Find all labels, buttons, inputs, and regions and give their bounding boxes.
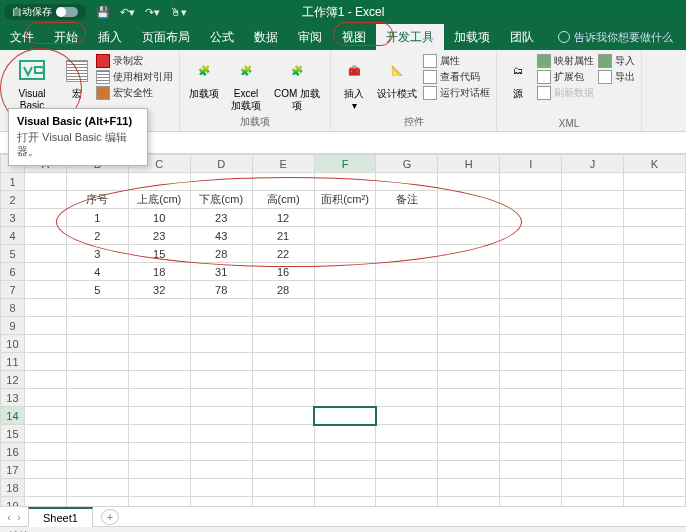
cell-K18[interactable] bbox=[624, 479, 686, 497]
cell-B16[interactable] bbox=[66, 443, 128, 461]
cell-H8[interactable] bbox=[438, 299, 500, 317]
cell-C15[interactable] bbox=[128, 425, 190, 443]
cell-G12[interactable] bbox=[376, 371, 438, 389]
row-header-14[interactable]: 14 bbox=[1, 407, 25, 425]
cell-E12[interactable] bbox=[252, 371, 314, 389]
cell-F7[interactable] bbox=[314, 281, 376, 299]
cell-K5[interactable] bbox=[624, 245, 686, 263]
cell-G13[interactable] bbox=[376, 389, 438, 407]
tab-addins[interactable]: 加载项 bbox=[444, 24, 500, 50]
col-header-I[interactable]: I bbox=[500, 155, 562, 173]
row-header-17[interactable]: 17 bbox=[1, 461, 25, 479]
cell-H6[interactable] bbox=[438, 263, 500, 281]
cell-K4[interactable] bbox=[624, 227, 686, 245]
cell-G4[interactable] bbox=[376, 227, 438, 245]
cell-D1[interactable] bbox=[190, 173, 252, 191]
excel-addins-button[interactable]: 🧩Excel 加载项 bbox=[226, 52, 266, 111]
cell-F9[interactable] bbox=[314, 317, 376, 335]
cell-I17[interactable] bbox=[500, 461, 562, 479]
row-header-16[interactable]: 16 bbox=[1, 443, 25, 461]
cell-I4[interactable] bbox=[500, 227, 562, 245]
tab-file[interactable]: 文件 bbox=[0, 24, 44, 50]
cell-G6[interactable] bbox=[376, 263, 438, 281]
cell-G14[interactable] bbox=[376, 407, 438, 425]
cell-D19[interactable] bbox=[190, 497, 252, 507]
row-header-8[interactable]: 8 bbox=[1, 299, 25, 317]
cell-E8[interactable] bbox=[252, 299, 314, 317]
cell-F19[interactable] bbox=[314, 497, 376, 507]
tab-home[interactable]: 开始 bbox=[44, 24, 88, 50]
cell-D12[interactable] bbox=[190, 371, 252, 389]
cell-D11[interactable] bbox=[190, 353, 252, 371]
cell-C8[interactable] bbox=[128, 299, 190, 317]
cell-H12[interactable] bbox=[438, 371, 500, 389]
cell-K2[interactable] bbox=[624, 191, 686, 209]
touch-icon[interactable]: 🖱▾ bbox=[170, 6, 187, 19]
cell-A6[interactable] bbox=[24, 263, 66, 281]
cell-I8[interactable] bbox=[500, 299, 562, 317]
tell-me[interactable]: 告诉我你想要做什么 bbox=[558, 24, 673, 50]
cell-C19[interactable] bbox=[128, 497, 190, 507]
cell-A3[interactable] bbox=[24, 209, 66, 227]
cell-F1[interactable] bbox=[314, 173, 376, 191]
cell-F14[interactable] bbox=[314, 407, 376, 425]
cell-E7[interactable]: 28 bbox=[252, 281, 314, 299]
cell-J1[interactable] bbox=[562, 173, 624, 191]
save-icon[interactable]: 💾 bbox=[96, 6, 110, 19]
cell-G17[interactable] bbox=[376, 461, 438, 479]
cell-C3[interactable]: 10 bbox=[128, 209, 190, 227]
cell-I11[interactable] bbox=[500, 353, 562, 371]
cell-F13[interactable] bbox=[314, 389, 376, 407]
cell-D4[interactable]: 43 bbox=[190, 227, 252, 245]
cell-A1[interactable] bbox=[24, 173, 66, 191]
cell-E13[interactable] bbox=[252, 389, 314, 407]
row-header-18[interactable]: 18 bbox=[1, 479, 25, 497]
cell-J2[interactable] bbox=[562, 191, 624, 209]
cell-F18[interactable] bbox=[314, 479, 376, 497]
cell-A7[interactable] bbox=[24, 281, 66, 299]
cell-A5[interactable] bbox=[24, 245, 66, 263]
source-button[interactable]: 🗂源 bbox=[503, 52, 533, 100]
cell-J10[interactable] bbox=[562, 335, 624, 353]
cell-E11[interactable] bbox=[252, 353, 314, 371]
cell-H13[interactable] bbox=[438, 389, 500, 407]
cell-J12[interactable] bbox=[562, 371, 624, 389]
cell-K14[interactable] bbox=[624, 407, 686, 425]
cell-B5[interactable]: 3 bbox=[66, 245, 128, 263]
cell-G8[interactable] bbox=[376, 299, 438, 317]
cell-J7[interactable] bbox=[562, 281, 624, 299]
cell-A8[interactable] bbox=[24, 299, 66, 317]
cell-C13[interactable] bbox=[128, 389, 190, 407]
design-mode-button[interactable]: 📐设计模式 bbox=[375, 52, 419, 100]
cell-E6[interactable]: 16 bbox=[252, 263, 314, 281]
cell-B13[interactable] bbox=[66, 389, 128, 407]
sheet-tab-1[interactable]: Sheet1 bbox=[28, 507, 93, 527]
spreadsheet-grid[interactable]: ABCDEFGHIJK12序号上底(cm)下底(cm)高(cm)面积(cm²)备… bbox=[0, 154, 686, 506]
cell-K17[interactable] bbox=[624, 461, 686, 479]
cell-E2[interactable]: 高(cm) bbox=[252, 191, 314, 209]
cell-B11[interactable] bbox=[66, 353, 128, 371]
cell-B12[interactable] bbox=[66, 371, 128, 389]
cell-K19[interactable] bbox=[624, 497, 686, 507]
cell-B8[interactable] bbox=[66, 299, 128, 317]
row-header-19[interactable]: 19 bbox=[1, 497, 25, 507]
sheet-nav[interactable]: ‹› bbox=[0, 511, 28, 523]
cell-F8[interactable] bbox=[314, 299, 376, 317]
cell-F12[interactable] bbox=[314, 371, 376, 389]
cell-K11[interactable] bbox=[624, 353, 686, 371]
cell-A9[interactable] bbox=[24, 317, 66, 335]
tab-insert[interactable]: 插入 bbox=[88, 24, 132, 50]
col-header-D[interactable]: D bbox=[190, 155, 252, 173]
cell-F10[interactable] bbox=[314, 335, 376, 353]
cell-J9[interactable] bbox=[562, 317, 624, 335]
cell-E18[interactable] bbox=[252, 479, 314, 497]
cell-E1[interactable] bbox=[252, 173, 314, 191]
cell-K16[interactable] bbox=[624, 443, 686, 461]
properties-button[interactable]: 属性 bbox=[423, 54, 490, 68]
cell-B19[interactable] bbox=[66, 497, 128, 507]
cell-B3[interactable]: 1 bbox=[66, 209, 128, 227]
row-header-11[interactable]: 11 bbox=[1, 353, 25, 371]
cell-K3[interactable] bbox=[624, 209, 686, 227]
cell-H11[interactable] bbox=[438, 353, 500, 371]
cell-A10[interactable] bbox=[24, 335, 66, 353]
